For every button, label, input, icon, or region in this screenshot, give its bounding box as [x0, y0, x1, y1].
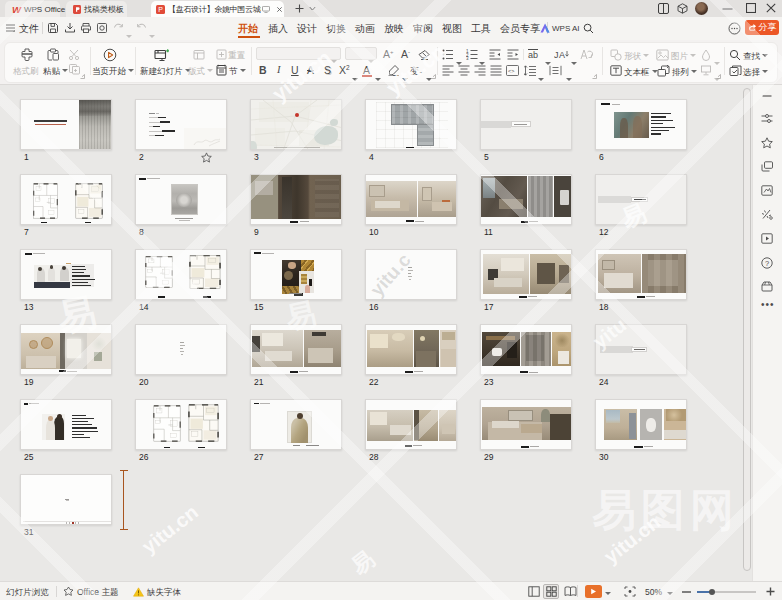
svg-text:<>: <> [508, 68, 514, 74]
svg-text:J: J [554, 50, 559, 60]
svg-text:?: ? [765, 259, 769, 268]
svg-text:3: 3 [466, 56, 469, 60]
svg-text:P: P [158, 6, 163, 13]
svg-text:A: A [559, 50, 565, 60]
